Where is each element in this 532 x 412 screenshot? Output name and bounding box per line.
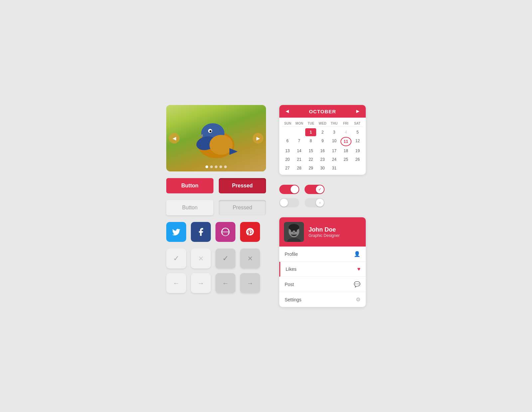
arrow-left-icon-1: ← [173,279,180,287]
cal-cell[interactable] [282,128,293,136]
dribbble-button[interactable] [215,222,235,242]
day-sun: SUN [282,122,294,125]
cal-cell-14[interactable]: 14 [294,147,305,155]
cal-cell-12[interactable]: 12 [352,137,363,146]
calendar-next-button[interactable]: ► [355,108,360,114]
settings-icon: ⚙ [356,296,360,303]
dot-1[interactable] [205,165,208,168]
dot-2[interactable] [210,165,213,168]
cal-cell-31[interactable]: 31 [329,164,340,172]
cal-cell-16[interactable]: 16 [317,147,328,155]
profile-header: John Doe Graphic Designer [279,217,366,247]
day-fri: FRI [340,122,351,125]
cross-button-1[interactable]: ✕ [191,249,211,268]
arrow-left-button-1[interactable]: ← [166,273,186,293]
toggle-thumb-4: ✕ [316,199,324,207]
menu-item-profile[interactable]: Profile 👤 [279,247,366,262]
slider-next-button[interactable]: ▶ [253,133,263,144]
menu-item-likes[interactable]: Likes ♥ [279,262,366,277]
cal-cell-empty [340,164,351,172]
cal-cell-26[interactable]: 26 [352,155,363,163]
toggle-on-2[interactable]: ✓ [305,185,325,194]
arrow-right-icon-1: → [198,279,204,287]
slider-image [166,105,266,171]
cal-cell-9[interactable]: 9 [317,137,328,146]
arrow-right-button-1[interactable]: → [191,273,211,293]
cal-cell-15[interactable]: 15 [305,147,316,155]
cal-cell-24[interactable]: 24 [329,155,340,163]
check-icon-2: ✓ [222,254,228,263]
cal-cell-11[interactable]: 11 [340,137,351,146]
cal-cell-28[interactable]: 28 [294,164,305,172]
cal-cell-1[interactable]: 1 [305,128,316,136]
check-button-2[interactable]: ✓ [215,249,235,268]
cal-cell-4[interactable]: 4 [340,128,351,136]
cross-icon-1: ✕ [198,255,204,262]
arrow-left-button-2[interactable]: ← [215,273,235,293]
button-white-pressed[interactable]: Pressed [219,200,266,215]
calendar-widget: ◄ OCTOBER ► SUN MON TUE WED THU FRI SAT [279,105,366,175]
toggle-off-1[interactable] [279,198,299,207]
cal-cell[interactable] [294,128,305,136]
cross-button-2[interactable]: ✕ [240,249,260,268]
cal-cell-23[interactable]: 23 [317,155,328,163]
cal-cell-13[interactable]: 13 [282,147,293,155]
toggle-thumb-2: ✓ [316,185,324,193]
cal-cell-10[interactable]: 10 [329,137,340,146]
profile-card: John Doe Graphic Designer Profile 👤 Like… [279,217,366,307]
likes-icon: ♥ [357,266,361,272]
menu-label-profile: Profile [285,252,298,257]
cal-cell-29[interactable]: 29 [305,164,316,172]
profile-name: John Doe [309,226,339,233]
calendar-days-header: SUN MON TUE WED THU FRI SAT [282,120,363,127]
cal-cell-18[interactable]: 18 [340,147,351,155]
profile-avatar [284,222,304,242]
profile-title: Graphic Designer [309,233,339,238]
cal-cell-2[interactable]: 2 [317,128,328,136]
cal-cell-30[interactable]: 30 [317,164,328,172]
dot-4[interactable] [219,165,222,168]
cal-cell-17[interactable]: 17 [329,147,340,155]
button-red-pressed[interactable]: Pressed [219,178,266,193]
menu-label-settings: Settings [285,297,302,302]
facebook-icon [196,227,205,237]
profile-info: John Doe Graphic Designer [309,226,339,238]
twitter-button[interactable] [166,222,186,242]
cal-cell-19[interactable]: 19 [352,147,363,155]
day-wed: WED [317,122,329,125]
toggle-row-2: ✕ [279,198,366,207]
dot-5[interactable] [224,165,227,168]
slider-prev-button[interactable]: ◀ [169,133,180,144]
calendar-prev-button[interactable]: ◄ [285,108,290,114]
cal-cell-8[interactable]: 8 [305,137,316,146]
check-button-1[interactable]: ✓ [166,249,186,268]
toggle-off-2[interactable]: ✕ [305,198,325,207]
button-red-normal[interactable]: Button [166,178,213,193]
svg-point-3 [209,135,233,155]
cal-cell-20[interactable]: 20 [282,155,293,163]
image-slider: ◀ ▶ [166,105,266,171]
slider-dots [205,165,227,168]
calendar-month-label: OCTOBER [309,109,336,114]
pinterest-button[interactable] [240,222,260,242]
cal-cell-27[interactable]: 27 [282,164,293,172]
cal-cell-25[interactable]: 25 [340,155,351,163]
cal-cell-22[interactable]: 22 [305,155,316,163]
arrow-right-button-2[interactable]: → [240,273,260,293]
cal-cell-7[interactable]: 7 [294,137,305,146]
cal-cell-6[interactable]: 6 [282,137,293,146]
facebook-button[interactable] [191,222,211,242]
dot-3[interactable] [215,165,217,168]
toggle-on-1[interactable] [279,185,299,194]
cal-cell-3[interactable]: 3 [329,128,340,136]
dribbble-icon [221,227,230,237]
cal-cell-5[interactable]: 5 [352,128,363,136]
svg-point-11 [289,224,299,231]
button-white-normal[interactable]: Button [166,200,213,215]
social-icons-row [166,222,266,242]
day-tue: TUE [305,122,317,125]
cal-cell-21[interactable]: 21 [294,155,305,163]
menu-item-post[interactable]: Post 💬 [279,277,366,292]
ui-container: ◀ ▶ Button Pressed Button Pressed [153,92,379,320]
menu-item-settings[interactable]: Settings ⚙ [279,292,366,307]
